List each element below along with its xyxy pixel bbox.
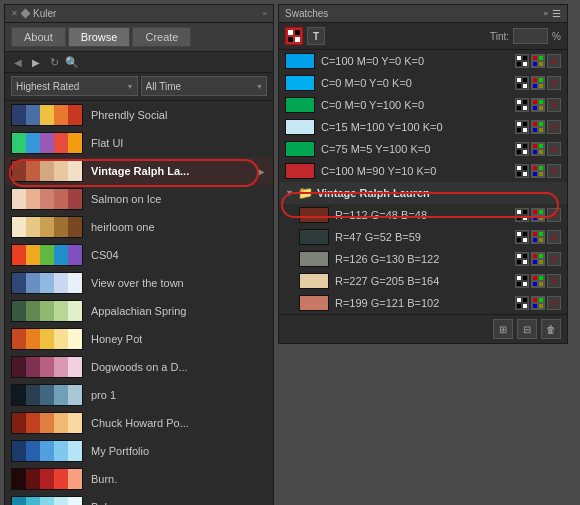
kuler-list-item[interactable]: My Portfolio — [5, 437, 273, 465]
nav-forward-button[interactable]: ▶ — [29, 55, 43, 69]
swatches-color-row[interactable]: C=15 M=100 Y=100 K=0✕ — [279, 116, 567, 138]
swatch-type-icons — [515, 296, 545, 310]
swatch-delete-icon[interactable]: ✕ — [547, 98, 561, 112]
swatches-color-row[interactable]: C=75 M=5 Y=100 K=0✕ — [279, 138, 567, 160]
swatch-delete-icon[interactable]: ✕ — [547, 252, 561, 266]
swatch-delete-icon[interactable]: ✕ — [547, 54, 561, 68]
swatches-color-row[interactable]: C=100 M=0 Y=0 K=0✕ — [279, 50, 567, 72]
color-swatch — [68, 105, 82, 125]
color-swatch — [40, 217, 54, 237]
swatches-folder-row[interactable]: ▼📁Vintage Ralph Lauren — [279, 182, 567, 204]
kuler-list-item[interactable]: Bahamas — [5, 493, 273, 505]
color-swatch — [12, 385, 26, 405]
tint-input[interactable] — [513, 28, 548, 44]
svg-rect-5 — [523, 56, 527, 60]
svg-rect-77 — [523, 276, 527, 280]
swatches-color-row[interactable]: C=0 M=0 Y=100 K=0✕ — [279, 94, 567, 116]
tab-browse[interactable]: Browse — [68, 27, 131, 47]
swatch-name: C=75 M=5 Y=100 K=0 — [321, 143, 515, 155]
color-swatch — [26, 413, 40, 433]
svg-rect-65 — [539, 232, 543, 236]
kuler-list-item[interactable]: heirloom one — [5, 213, 273, 241]
svg-rect-60 — [517, 232, 521, 236]
swatch-name: C=100 M=90 Y=10 K=0 — [321, 165, 515, 177]
swatch-delete-icon[interactable]: ✕ — [547, 296, 561, 310]
swatches-color-row[interactable]: C=100 M=90 Y=10 K=0✕ — [279, 160, 567, 182]
svg-rect-64 — [533, 232, 537, 236]
swatch-rgb-icon — [531, 98, 545, 112]
color-swatch — [26, 497, 40, 505]
swatches-expand-icon[interactable]: » — [544, 9, 548, 18]
tab-about[interactable]: About — [11, 27, 66, 47]
kuler-list-item[interactable]: Flat UI — [5, 129, 273, 157]
sort-select[interactable]: Highest Rated — [11, 76, 138, 96]
kuler-list-item[interactable]: Chuck Howard Po... — [5, 409, 273, 437]
color-swatch — [12, 357, 26, 377]
color-swatch — [68, 245, 82, 265]
kuler-list-item[interactable]: Vintage Ralph La...▶ — [5, 157, 273, 185]
color-swatch — [40, 357, 54, 377]
nav-back-button[interactable]: ◀ — [11, 55, 25, 69]
kuler-list-item[interactable]: Appalachian Spring — [5, 297, 273, 325]
kuler-list-item[interactable]: Burn. — [5, 465, 273, 493]
swatches-delete-button[interactable]: 🗑 — [541, 319, 561, 339]
svg-rect-3 — [295, 37, 300, 42]
swatch-delete-icon[interactable]: ✕ — [547, 274, 561, 288]
swatches-color-row[interactable]: R=112 G=48 B=48✕ — [279, 204, 567, 226]
kuler-item-name: View over the town — [91, 277, 184, 289]
swatch-delete-icon[interactable]: ✕ — [547, 76, 561, 90]
color-swatch — [68, 133, 82, 153]
color-swatch — [40, 133, 54, 153]
swatches-clear-button[interactable]: ⊟ — [517, 319, 537, 339]
swatch-delete-icon[interactable]: ✕ — [547, 208, 561, 222]
swatches-color-row[interactable]: R=126 G=130 B=122✕ — [279, 248, 567, 270]
kuler-item-name: Appalachian Spring — [91, 305, 186, 317]
svg-rect-25 — [539, 100, 543, 104]
swatch-type-icons — [515, 230, 545, 244]
swatches-color-row[interactable]: R=47 G=52 B=59✕ — [279, 226, 567, 248]
swatch-delete-icon[interactable]: ✕ — [547, 230, 561, 244]
kuler-list-item[interactable]: CS04 — [5, 241, 273, 269]
color-swatch — [54, 133, 68, 153]
swatches-color-row[interactable]: R=227 G=205 B=164✕ — [279, 270, 567, 292]
svg-rect-42 — [533, 150, 537, 154]
swatch-delete-icon[interactable]: ✕ — [547, 164, 561, 178]
kuler-color-swatches — [11, 440, 83, 462]
swatch-text-mode-button[interactable]: T — [307, 27, 325, 45]
swatch-delete-icon[interactable]: ✕ — [547, 142, 561, 156]
kuler-collapse-icon[interactable]: ✕ — [11, 9, 18, 18]
svg-rect-14 — [517, 84, 521, 88]
kuler-list-item[interactable]: Salmon on Ice — [5, 185, 273, 213]
svg-rect-33 — [539, 122, 543, 126]
svg-rect-56 — [533, 210, 537, 214]
kuler-color-swatches — [11, 300, 83, 322]
svg-rect-34 — [533, 128, 537, 132]
kuler-color-swatches — [11, 216, 83, 238]
swatches-color-row[interactable]: R=199 G=121 B=102✕ — [279, 292, 567, 314]
search-icon[interactable]: 🔍 — [65, 55, 79, 69]
kuler-list-item[interactable]: Phrendly Social — [5, 101, 273, 129]
tab-create[interactable]: Create — [132, 27, 191, 47]
svg-rect-79 — [523, 282, 527, 286]
swatches-color-row[interactable]: C=0 M=0 Y=0 K=0✕ — [279, 72, 567, 94]
kuler-list-item[interactable]: Dogwoods on a D... — [5, 353, 273, 381]
kuler-expand-icon[interactable]: » — [263, 9, 267, 18]
swatch-color-mode-button[interactable] — [285, 27, 303, 45]
color-swatch — [54, 357, 68, 377]
time-select-wrap: All Time — [141, 76, 268, 96]
kuler-list-item[interactable]: Honey Pot — [5, 325, 273, 353]
swatch-name: C=100 M=0 Y=0 K=0 — [321, 55, 515, 67]
swatch-name: R=126 G=130 B=122 — [335, 253, 515, 265]
svg-rect-68 — [517, 254, 521, 258]
swatch-delete-icon[interactable]: ✕ — [547, 120, 561, 134]
swatches-menu-icon[interactable]: ☰ — [552, 8, 561, 19]
color-swatch — [26, 189, 40, 209]
refresh-icon[interactable]: ↻ — [47, 55, 61, 69]
time-select[interactable]: All Time — [141, 76, 268, 96]
swatches-new-button[interactable]: ⊞ — [493, 319, 513, 339]
color-swatch — [26, 273, 40, 293]
color-swatch — [12, 329, 26, 349]
kuler-list-item[interactable]: View over the town — [5, 269, 273, 297]
color-swatch — [54, 497, 68, 505]
kuler-list-item[interactable]: pro 1 — [5, 381, 273, 409]
